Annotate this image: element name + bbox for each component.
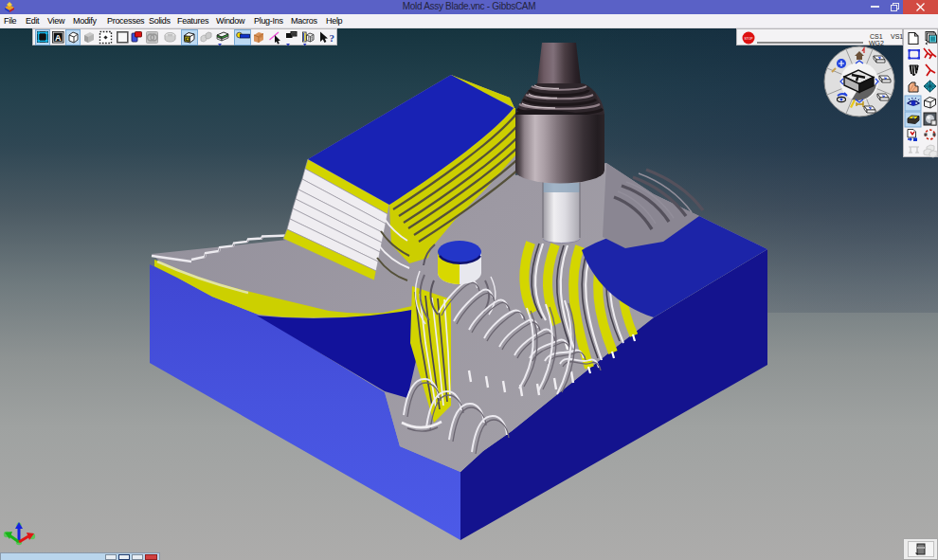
svg-text:A: A xyxy=(55,33,62,43)
svg-text:?: ? xyxy=(330,32,335,44)
svg-text:STOP: STOP xyxy=(744,37,753,41)
